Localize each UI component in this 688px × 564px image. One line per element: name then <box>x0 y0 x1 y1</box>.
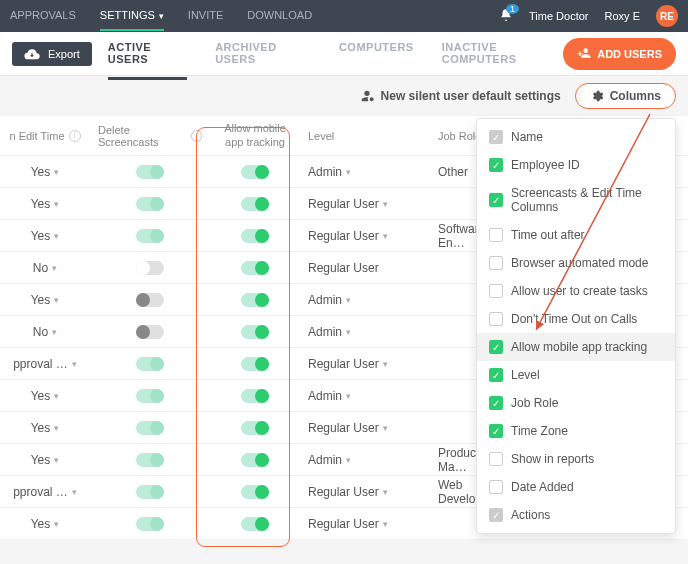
columns-option[interactable]: ✓Job Role <box>477 389 675 417</box>
notification-badge: 1 <box>506 4 519 14</box>
delete-toggle[interactable] <box>136 485 164 499</box>
chevron-down-icon: ▾ <box>346 295 351 305</box>
columns-option[interactable]: ✓Name <box>477 123 675 151</box>
mobile-toggle[interactable] <box>241 421 269 435</box>
columns-option[interactable]: ✓Employee ID <box>477 151 675 179</box>
delete-screencasts-cell <box>90 421 210 435</box>
tab-computers[interactable]: COMPUTERS <box>339 41 414 66</box>
tab-active-users[interactable]: ACTIVE USERS <box>108 41 187 80</box>
col-mobile-tracking[interactable]: Allow mobile app tracking <box>210 122 300 148</box>
col-delete-screencasts[interactable]: Delete Screencastsi <box>90 124 210 148</box>
silent-label: New silent user default settings <box>381 89 561 103</box>
mobile-toggle[interactable] <box>241 293 269 307</box>
company-switcher[interactable]: Time Doctor <box>529 10 589 22</box>
level-cell[interactable]: Admin▾ <box>300 325 430 339</box>
columns-option[interactable]: Show in reports <box>477 445 675 473</box>
delete-toggle[interactable] <box>136 517 164 531</box>
edit-time-cell[interactable]: Yes▾ <box>0 517 90 531</box>
mobile-toggle[interactable] <box>241 229 269 243</box>
info-icon[interactable]: i <box>69 130 81 142</box>
mobile-tracking-cell <box>210 421 300 435</box>
mobile-toggle[interactable] <box>241 389 269 403</box>
level-cell[interactable]: Regular User▾ <box>300 485 430 499</box>
edit-time-cell[interactable]: Yes▾ <box>0 229 90 243</box>
columns-option[interactable]: Browser automated mode <box>477 249 675 277</box>
edit-time-cell[interactable]: Yes▾ <box>0 165 90 179</box>
level-cell[interactable]: Regular User▾ <box>300 197 430 211</box>
chevron-down-icon: ▾ <box>383 359 388 369</box>
level-cell[interactable]: Regular User▾ <box>300 517 430 531</box>
delete-toggle[interactable] <box>136 165 164 179</box>
chevron-down-icon: ▾ <box>54 295 59 305</box>
edit-time-cell[interactable]: Yes▾ <box>0 197 90 211</box>
checkbox-icon: ✓ <box>489 508 503 522</box>
columns-option[interactable]: Date Added <box>477 473 675 501</box>
tab-archived-users[interactable]: ARCHIVED USERS <box>215 41 311 66</box>
mobile-toggle[interactable] <box>241 517 269 531</box>
columns-option[interactable]: Time out after <box>477 221 675 249</box>
nav-settings[interactable]: SETTINGS▾ <box>100 1 164 31</box>
columns-option[interactable]: Allow user to create tasks <box>477 277 675 305</box>
mobile-toggle[interactable] <box>241 453 269 467</box>
edit-time-cell[interactable]: Yes▾ <box>0 421 90 435</box>
delete-toggle[interactable] <box>136 325 164 339</box>
mobile-toggle[interactable] <box>241 357 269 371</box>
add-users-button[interactable]: ADD USERS <box>563 38 676 70</box>
col-level[interactable]: Level <box>300 130 430 142</box>
chevron-down-icon: ▾ <box>54 455 59 465</box>
mobile-toggle[interactable] <box>241 197 269 211</box>
bell-icon[interactable]: 1 <box>499 8 513 24</box>
avatar[interactable]: RE <box>656 5 678 27</box>
delete-toggle[interactable] <box>136 261 164 275</box>
mobile-toggle[interactable] <box>241 485 269 499</box>
edit-time-cell[interactable]: Yes▾ <box>0 293 90 307</box>
level-cell[interactable]: Admin▾ <box>300 165 430 179</box>
level-cell[interactable]: Regular User <box>300 261 430 275</box>
export-button[interactable]: Export <box>12 42 92 66</box>
delete-toggle[interactable] <box>136 293 164 307</box>
user-menu[interactable]: Roxy E <box>605 10 640 22</box>
tab-inactive-computers[interactable]: INACTIVE COMPUTERS <box>442 41 564 66</box>
delete-toggle[interactable] <box>136 197 164 211</box>
silent-user-settings[interactable]: New silent user default settings <box>359 88 561 104</box>
level-cell[interactable]: Admin▾ <box>300 453 430 467</box>
edit-time-cell[interactable]: pproval …▾ <box>0 357 90 371</box>
columns-option[interactable]: ✓Allow mobile app tracking <box>477 333 675 361</box>
nav-settings-label: SETTINGS <box>100 9 155 21</box>
edit-time-cell[interactable]: Yes▾ <box>0 453 90 467</box>
col-edit-time[interactable]: n Edit Timei <box>0 130 90 142</box>
subbar-tabs: ACTIVE USERS ARCHIVED USERS COMPUTERS IN… <box>108 41 563 66</box>
level-cell[interactable]: Admin▾ <box>300 293 430 307</box>
level-cell[interactable]: Admin▾ <box>300 389 430 403</box>
edit-time-cell[interactable]: No▾ <box>0 325 90 339</box>
edit-time-cell[interactable]: Yes▾ <box>0 389 90 403</box>
level-cell[interactable]: Regular User▾ <box>300 421 430 435</box>
columns-option[interactable]: ✓Level <box>477 361 675 389</box>
mobile-toggle[interactable] <box>241 325 269 339</box>
columns-option-label: Name <box>511 130 543 144</box>
nav-approvals[interactable]: APPROVALS <box>10 1 76 31</box>
gear-icon <box>590 89 604 103</box>
columns-option[interactable]: ✓Actions <box>477 501 675 529</box>
delete-toggle[interactable] <box>136 389 164 403</box>
columns-button[interactable]: Columns <box>575 83 676 109</box>
nav-download[interactable]: DOWNLOAD <box>247 1 312 31</box>
edit-time-cell[interactable]: No▾ <box>0 261 90 275</box>
columns-option[interactable]: ✓Time Zone <box>477 417 675 445</box>
level-cell[interactable]: Regular User▾ <box>300 357 430 371</box>
delete-toggle[interactable] <box>136 453 164 467</box>
level-cell[interactable]: Regular User▾ <box>300 229 430 243</box>
info-icon[interactable]: i <box>191 130 202 142</box>
checkbox-icon: ✓ <box>489 396 503 410</box>
nav-invite[interactable]: INVITE <box>188 1 223 31</box>
columns-option[interactable]: Don't Time Out on Calls <box>477 305 675 333</box>
edit-time-cell[interactable]: pproval …▾ <box>0 485 90 499</box>
delete-toggle[interactable] <box>136 357 164 371</box>
topbar-nav: APPROVALS SETTINGS▾ INVITE DOWNLOAD <box>10 1 499 31</box>
mobile-toggle[interactable] <box>241 165 269 179</box>
mobile-toggle[interactable] <box>241 261 269 275</box>
delete-toggle[interactable] <box>136 421 164 435</box>
columns-option[interactable]: ✓Screencasts & Edit Time Columns <box>477 179 675 221</box>
delete-screencasts-cell <box>90 165 210 179</box>
delete-toggle[interactable] <box>136 229 164 243</box>
